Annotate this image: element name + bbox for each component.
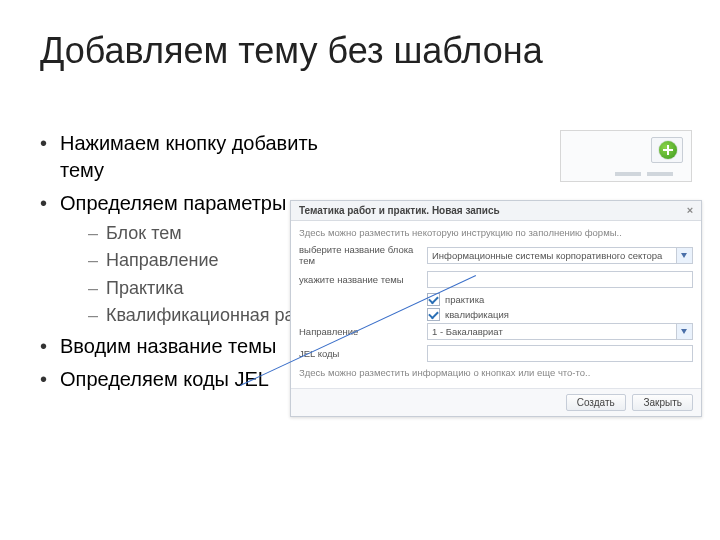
- dialog-hint-bottom: Здесь можно разместить информацию о кноп…: [299, 367, 693, 378]
- toolbar-stub: [647, 172, 673, 176]
- chevron-down-icon[interactable]: [676, 324, 692, 339]
- close-button[interactable]: Закрыть: [632, 394, 693, 411]
- dialog-titlebar: Тематика работ и практик. Новая запись ×: [291, 201, 701, 221]
- dialog-title-text: Тематика работ и практик. Новая запись: [299, 205, 500, 216]
- toolbar-stub: [615, 172, 641, 176]
- dialog-hint-top: Здесь можно разместить некоторую инструк…: [299, 227, 693, 238]
- toolbar-screenshot: [560, 130, 692, 182]
- bullet-2-text: Определяем параметры: [60, 192, 286, 214]
- bullet-1: Нажимаем кнопку добавить тему: [40, 130, 340, 184]
- label-topic: укажите название темы: [299, 274, 427, 285]
- block-select[interactable]: Информационные системы корпоративного се…: [427, 247, 693, 264]
- slide: Добавляем тему без шаблона Нажимаем кноп…: [0, 0, 720, 540]
- chevron-down-icon[interactable]: [676, 248, 692, 263]
- create-button[interactable]: Создать: [566, 394, 626, 411]
- close-icon[interactable]: ×: [683, 203, 697, 217]
- direction-select[interactable]: 1 - Бакалавриат: [427, 323, 693, 340]
- qualification-checkbox[interactable]: [427, 308, 440, 321]
- jel-codes-input[interactable]: [427, 345, 693, 362]
- label-block: выберите название блока тем: [299, 244, 427, 266]
- practice-checkbox-label: практика: [445, 294, 484, 305]
- new-topic-dialog: Тематика работ и практик. Новая запись ×…: [290, 200, 702, 417]
- qualification-checkbox-label: квалификация: [445, 309, 509, 320]
- dialog-footer: Создать Закрыть: [291, 388, 701, 416]
- add-plus-icon[interactable]: [659, 141, 677, 159]
- slide-title: Добавляем тему без шаблона: [40, 30, 543, 72]
